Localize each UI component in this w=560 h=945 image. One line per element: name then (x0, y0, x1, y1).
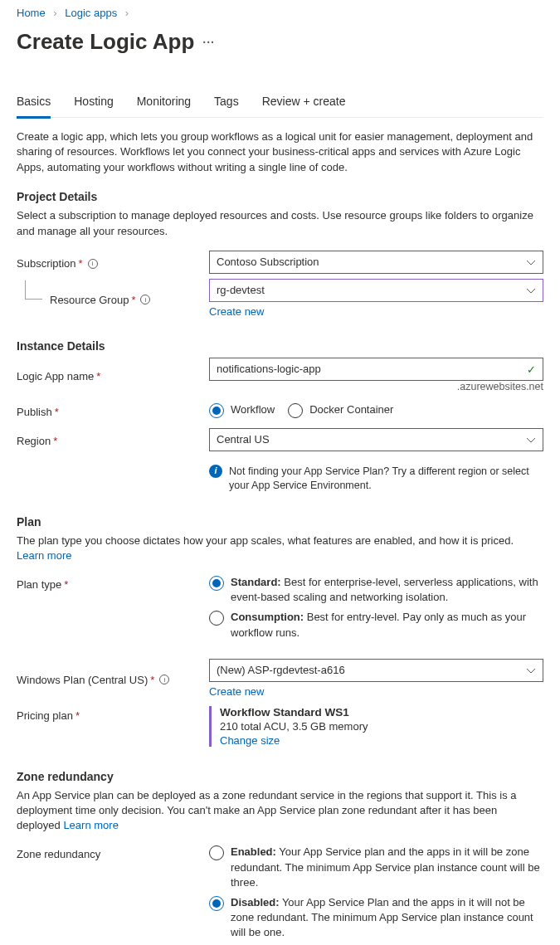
pricing-plan-name: Workflow Standard WS1 (220, 706, 543, 718)
chevron-down-icon (526, 436, 536, 448)
chevron-right-icon: › (125, 7, 129, 19)
pricing-plan-label: Pricing plan* (17, 706, 209, 722)
region-label: Region* (17, 431, 209, 447)
pricing-plan-block: Workflow Standard WS1 210 total ACU, 3.5… (209, 706, 543, 747)
project-details-desc: Select a subscription to manage deployed… (17, 208, 543, 238)
tab-basics[interactable]: Basics (17, 88, 51, 119)
plan-desc: The plan type you choose dictates how yo… (17, 533, 543, 563)
zone-enabled-label: Enabled: Your App Service plan and the a… (231, 845, 543, 890)
create-new-plan-link[interactable]: Create new (209, 685, 264, 698)
publish-workflow-radio[interactable] (209, 403, 224, 418)
check-icon: ✓ (527, 363, 536, 376)
publish-label: Publish* (17, 402, 209, 418)
subscription-label: Subscription* i (17, 254, 209, 270)
tab-tags[interactable]: Tags (214, 88, 239, 117)
breadcrumb: Home › Logic apps › (17, 0, 543, 26)
tab-hosting[interactable]: Hosting (74, 88, 113, 117)
create-new-rg-link[interactable]: Create new (209, 305, 264, 318)
plan-standard-label: Standard: Best for enterprise-level, ser… (231, 575, 543, 605)
page-title: Create Logic App ··· (17, 29, 543, 55)
zone-learn-more-link[interactable]: Learn more (63, 819, 118, 831)
domain-suffix: .azurewebsites.net (209, 381, 543, 392)
tab-monitoring[interactable]: Monitoring (137, 88, 191, 117)
tab-review[interactable]: Review + create (262, 88, 346, 117)
more-icon[interactable]: ··· (202, 36, 215, 49)
plan-standard-radio[interactable] (209, 576, 224, 591)
windows-plan-label: Windows Plan (Central US)* i (17, 670, 209, 686)
info-icon[interactable]: i (159, 675, 169, 684)
zone-redundancy-desc: An App Service plan can be deployed as a… (17, 788, 543, 834)
subscription-select[interactable]: Contoso Subscription (209, 251, 543, 274)
zone-enabled-radio[interactable] (209, 845, 224, 860)
windows-plan-select[interactable]: (New) ASP-rgdevtest-a616 (209, 659, 543, 682)
intro-text: Create a logic app, which lets you group… (17, 129, 543, 175)
resource-group-select[interactable]: rg-devtest (209, 279, 543, 302)
breadcrumb-home[interactable]: Home (17, 7, 46, 19)
project-details-heading: Project Details (17, 190, 543, 203)
info-icon[interactable]: i (88, 259, 98, 269)
plan-consumption-label: Consumption: Best for entry-level. Pay o… (231, 610, 543, 640)
chevron-down-icon (526, 286, 536, 299)
region-info: i Not finding your App Service Plan? Try… (209, 465, 543, 494)
plan-type-label: Plan type* (17, 575, 209, 591)
plan-learn-more-link[interactable]: Learn more (17, 549, 71, 562)
pricing-plan-specs: 210 total ACU, 3.5 GB memory (220, 720, 543, 733)
logic-app-name-input[interactable]: notifications-logic-app ✓ (209, 358, 543, 381)
instance-details-heading: Instance Details (17, 339, 543, 353)
chevron-down-icon (526, 666, 536, 679)
region-select[interactable]: Central US (209, 428, 543, 451)
chevron-right-icon: › (53, 7, 56, 19)
plan-heading: Plan (17, 515, 543, 529)
change-size-link[interactable]: Change size (220, 734, 280, 747)
zone-disabled-radio[interactable] (209, 896, 224, 911)
zone-redundancy-heading: Zone redundancy (17, 770, 543, 783)
publish-docker-radio[interactable] (288, 403, 303, 418)
resource-group-label: Resource Group* i (17, 290, 209, 306)
chevron-down-icon (526, 258, 536, 270)
plan-consumption-radio[interactable] (209, 611, 224, 626)
info-icon: i (209, 465, 222, 478)
zone-disabled-label: Disabled: Your App Service Plan and the … (231, 895, 543, 941)
logic-app-name-label: Logic App name* (17, 367, 209, 382)
publish-docker-label: Docker Container (309, 402, 393, 417)
breadcrumb-logic-apps[interactable]: Logic apps (65, 7, 117, 19)
info-icon[interactable]: i (140, 295, 150, 304)
tabs: Basics Hosting Monitoring Tags Review + … (17, 88, 543, 118)
zone-redundancy-label: Zone redundancy (17, 845, 209, 860)
publish-workflow-label: Workflow (231, 402, 275, 417)
